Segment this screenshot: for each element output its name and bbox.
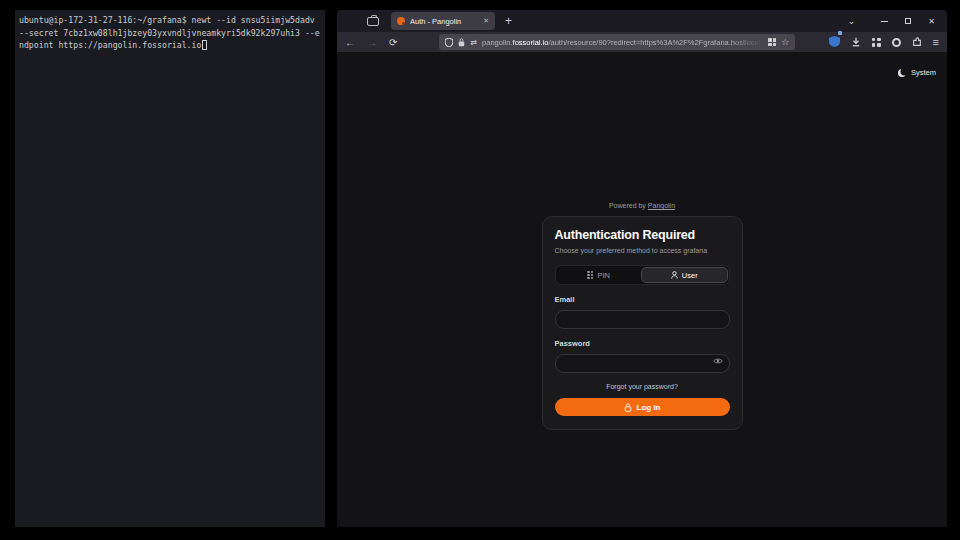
back-icon[interactable]: ← (345, 37, 355, 48)
theme-toggle[interactable]: System (898, 68, 936, 77)
login-lock-icon (624, 403, 632, 412)
tab-strip: Auth - Pangolin ✕ + ⌄ ✕ (337, 10, 947, 32)
menu-hamburger-icon[interactable]: ≡ (933, 36, 939, 48)
pangolin-favicon-icon (397, 17, 405, 25)
auth-card: Authentication Required Choose your pref… (542, 216, 743, 430)
toolbar-right-icons: ≡ (829, 33, 939, 51)
tracking-shield-icon[interactable] (445, 38, 453, 47)
tab-user[interactable]: User (641, 267, 728, 283)
close-window-icon[interactable]: ✕ (928, 17, 935, 26)
minimize-icon[interactable] (881, 21, 888, 22)
password-label: Password (555, 339, 730, 348)
powered-by: Powered by Pangolin (609, 202, 675, 209)
pangolin-link[interactable]: Pangolin (648, 202, 675, 209)
browser-window: Auth - Pangolin ✕ + ⌄ ✕ ← → ⟳ ⇄ pangolin… (337, 10, 947, 527)
moon-icon (898, 69, 906, 77)
auth-method-tabs: PIN User (555, 265, 730, 285)
close-tab-icon[interactable]: ✕ (483, 17, 489, 25)
firefox-view-icon[interactable] (367, 17, 379, 26)
terminal-line: ubuntu@ip-172-31-27-116:~/grafana$ newt … (19, 14, 321, 27)
extension-badge (838, 31, 842, 35)
extensions-grid-icon[interactable] (872, 38, 881, 47)
tab-pin[interactable]: PIN (557, 267, 642, 283)
new-tab-button[interactable]: + (505, 14, 512, 28)
login-button[interactable]: Log in (555, 398, 730, 416)
user-icon (671, 271, 678, 279)
browser-toolbar: ← → ⟳ ⇄ pangolin.fossorial.io/auth/resou… (337, 32, 947, 52)
browser-tab[interactable]: Auth - Pangolin ✕ (391, 12, 495, 30)
window-controls: ✕ (881, 17, 935, 26)
forward-icon: → (367, 37, 377, 48)
email-input[interactable] (555, 310, 730, 329)
page-content: System Powered by Pangolin Authenticatio… (337, 52, 947, 527)
email-label: Email (555, 295, 730, 304)
list-tabs-chevron-icon[interactable]: ⌄ (848, 16, 856, 26)
terminal-line: ndpoint https://pangolin.fossorial.io (19, 39, 321, 52)
terminal-cursor (202, 40, 207, 50)
forgot-password-link[interactable]: Forgot your password? (555, 383, 730, 390)
bookmark-star-icon[interactable]: ☆ (781, 37, 789, 47)
card-title: Authentication Required (555, 228, 730, 242)
extension-puzzle-icon[interactable] (912, 37, 922, 47)
reload-icon[interactable]: ⟳ (389, 37, 397, 48)
maximize-icon[interactable] (905, 18, 911, 24)
lock-icon[interactable] (458, 38, 465, 47)
card-subtitle: Choose your preferred method to access g… (555, 247, 730, 254)
terminal-window[interactable]: ubuntu@ip-172-31-27-116:~/grafana$ newt … (15, 10, 325, 527)
theme-toggle-label: System (911, 68, 936, 77)
circle-extension-icon[interactable] (892, 38, 901, 47)
auth-column: Powered by Pangolin Authentication Requi… (337, 202, 947, 430)
tab-title: Auth - Pangolin (410, 17, 478, 26)
ublock-shield-icon[interactable] (829, 33, 840, 51)
show-password-eye-icon[interactable] (713, 357, 723, 365)
password-input[interactable] (555, 354, 730, 373)
download-icon[interactable] (851, 37, 861, 47)
url-bar[interactable]: ⇄ pangolin.fossorial.io/auth/resource/90… (439, 34, 795, 50)
url-text[interactable]: pangolin.fossorial.io/auth/resource/90?r… (482, 38, 763, 47)
swap-arrows-icon[interactable]: ⇄ (470, 38, 477, 47)
container-grid-icon[interactable] (768, 38, 776, 46)
terminal-line: --secret 7cbz1xw08lh1jbzey03yxvndljvneam… (19, 27, 321, 40)
keypad-icon (587, 271, 593, 279)
